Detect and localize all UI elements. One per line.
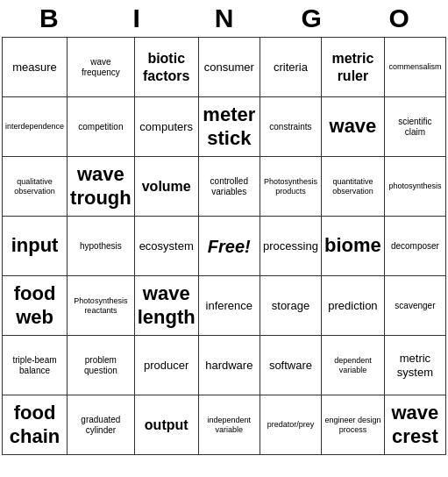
- header-n: N: [181, 2, 268, 35]
- cell-r6-c4[interactable]: predator/prey: [260, 395, 322, 455]
- cell-r0-c3[interactable]: consumer: [199, 38, 260, 97]
- bingo-card: B I N G O measurewave frequencybiotic fa…: [0, 0, 448, 457]
- cell-r1-c3[interactable]: meter stick: [199, 97, 260, 157]
- cell-r3-c5[interactable]: biome: [322, 217, 385, 276]
- cell-r1-c4[interactable]: constraints: [260, 97, 322, 157]
- header-o: O: [355, 2, 443, 35]
- cell-r3-c2[interactable]: ecosystem: [135, 217, 199, 276]
- cell-r3-c1[interactable]: hypothesis: [68, 217, 135, 276]
- cell-r2-c3[interactable]: controlled variables: [199, 157, 260, 217]
- cell-r1-c0[interactable]: interdependence: [3, 97, 68, 157]
- cell-r5-c0[interactable]: triple-beam balance: [3, 336, 68, 395]
- cell-r5-c6[interactable]: metric system: [385, 336, 446, 395]
- cell-r4-c0[interactable]: food web: [3, 276, 68, 336]
- cell-r1-c2[interactable]: computers: [135, 97, 199, 157]
- cell-r6-c2[interactable]: output: [135, 395, 199, 455]
- cell-r2-c4[interactable]: Photosynthesis products: [260, 157, 322, 217]
- cell-r6-c5[interactable]: engineer design process: [322, 395, 385, 455]
- cell-r2-c6[interactable]: photosynthesis: [385, 157, 446, 217]
- cell-r6-c3[interactable]: independent variable: [199, 395, 260, 455]
- cell-r6-c0[interactable]: food chain: [3, 395, 68, 455]
- bingo-grid: measurewave frequencybiotic factorsconsu…: [2, 37, 446, 455]
- cell-r4-c5[interactable]: prediction: [322, 276, 385, 336]
- cell-r3-c0[interactable]: input: [3, 217, 68, 276]
- cell-r2-c0[interactable]: qualitative observation: [3, 157, 68, 217]
- header-g: G: [267, 2, 355, 35]
- cell-r1-c5[interactable]: wave: [322, 97, 385, 157]
- cell-r2-c5[interactable]: quantitative observation: [322, 157, 385, 217]
- cell-r4-c6[interactable]: scavenger: [385, 276, 446, 336]
- cell-r5-c2[interactable]: producer: [135, 336, 199, 395]
- cell-r2-c2[interactable]: volume: [135, 157, 199, 217]
- cell-r3-c3[interactable]: Free!: [199, 217, 260, 276]
- cell-r5-c3[interactable]: hardware: [199, 336, 260, 395]
- cell-r0-c5[interactable]: metric ruler: [322, 38, 385, 97]
- header-b: B: [5, 2, 93, 35]
- cell-r0-c6[interactable]: commensalism: [385, 38, 446, 97]
- cell-r5-c5[interactable]: dependent variable: [322, 336, 385, 395]
- cell-r3-c4[interactable]: processing: [260, 217, 322, 276]
- bingo-header: B I N G O: [2, 2, 446, 35]
- cell-r4-c4[interactable]: storage: [260, 276, 322, 336]
- cell-r6-c6[interactable]: wave crest: [385, 395, 446, 455]
- cell-r1-c6[interactable]: scientific claim: [385, 97, 446, 157]
- cell-r3-c6[interactable]: decomposer: [385, 217, 446, 276]
- cell-r0-c4[interactable]: criteria: [260, 38, 322, 97]
- header-i: I: [93, 2, 181, 35]
- cell-r2-c1[interactable]: wave trough: [68, 157, 135, 217]
- cell-r0-c0[interactable]: measure: [3, 38, 68, 97]
- cell-r4-c3[interactable]: inference: [199, 276, 260, 336]
- cell-r4-c2[interactable]: wave length: [135, 276, 199, 336]
- cell-r5-c1[interactable]: problem question: [68, 336, 135, 395]
- cell-r6-c1[interactable]: graduated cylinder: [68, 395, 135, 455]
- cell-r0-c1[interactable]: wave frequency: [68, 38, 135, 97]
- cell-r1-c1[interactable]: competition: [68, 97, 135, 157]
- cell-r4-c1[interactable]: Photosynthesis reactants: [68, 276, 135, 336]
- cell-r0-c2[interactable]: biotic factors: [135, 38, 199, 97]
- cell-r5-c4[interactable]: software: [260, 336, 322, 395]
